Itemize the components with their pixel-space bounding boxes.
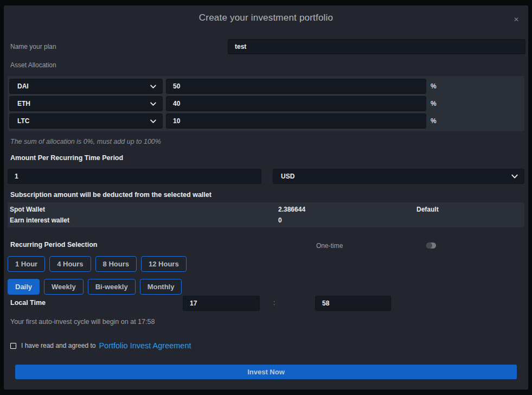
percent-sign: % xyxy=(431,117,437,125)
local-time-row: Local Time : xyxy=(7,296,525,311)
currency-select[interactable]: USD xyxy=(273,169,524,184)
allocation-row: LTC % xyxy=(9,113,523,129)
recurring-period-row: Recurring Period Selection One-time xyxy=(7,241,525,250)
minute-input[interactable] xyxy=(316,300,390,307)
wallet-default-label: Default xyxy=(416,206,524,213)
amount-input[interactable] xyxy=(8,173,261,180)
local-time-label: Local Time xyxy=(10,299,46,307)
agreement-text: I have read and agreed to xyxy=(21,342,95,349)
wallet-table: Spot Wallet 2.386644 Default Earn intere… xyxy=(8,202,524,227)
percent-field-1 xyxy=(166,79,426,94)
asset-allocation-panel: DAI % ETH % LTC xyxy=(8,76,524,131)
agreement-link[interactable]: Portfolio Invest Agreement xyxy=(99,341,191,350)
chevron-down-icon xyxy=(150,83,157,90)
percent-field-3 xyxy=(166,113,426,129)
invest-now-button[interactable]: Invest Now xyxy=(15,365,517,379)
wallet-balance: 2.386644 xyxy=(278,206,416,213)
amount-row: USD xyxy=(8,169,524,184)
wallet-name: Earn interest wallet xyxy=(8,216,278,224)
chevron-down-icon xyxy=(150,118,157,125)
period-button-biweekly[interactable]: Bi-weekly xyxy=(88,279,136,295)
chevron-down-icon xyxy=(150,100,157,107)
toggle-knob xyxy=(426,243,432,249)
name-plan-label: Name your plan xyxy=(10,43,56,50)
table-row-spot-wallet[interactable]: Spot Wallet 2.386644 Default xyxy=(8,204,524,215)
create-portfolio-modal: Create your investment portfolio ✕ Name … xyxy=(4,5,528,390)
amount-field xyxy=(8,169,261,184)
close-icon[interactable]: ✕ xyxy=(514,16,519,23)
name-plan-field xyxy=(228,39,525,54)
period-button-8-hours[interactable]: 8 Hours xyxy=(95,256,137,272)
time-separator: : xyxy=(273,299,275,307)
allocation-sum-warning: The sum of allocation is 0%, must add up… xyxy=(10,138,525,145)
period-button-weekly[interactable]: Weekly xyxy=(44,279,84,295)
wallet-balance: 0 xyxy=(278,216,416,224)
period-button-1-hour[interactable]: 1 Hour xyxy=(8,256,45,272)
frequency-options-row: Daily Weekly Bi-weekly Monthly xyxy=(8,279,525,295)
name-plan-input[interactable] xyxy=(228,43,525,50)
hour-options-row: 1 Hour 4 Hours 8 Hours 12 Hours xyxy=(8,256,525,272)
wallet-section-label: Subscription amount will be deducted fro… xyxy=(10,191,525,199)
percent-sign: % xyxy=(431,100,437,107)
asset-select-1-value: DAI xyxy=(17,82,29,90)
recurring-period-label: Recurring Period Selection xyxy=(10,241,97,249)
modal-header: Create your investment portfolio ✕ xyxy=(7,5,525,25)
period-button-12-hours[interactable]: 12 Hours xyxy=(141,256,187,272)
modal-title: Create your investment portfolio xyxy=(7,12,525,23)
allocation-row: ETH % xyxy=(9,96,523,111)
one-time-toggle[interactable] xyxy=(426,243,436,249)
chevron-down-icon xyxy=(511,173,518,180)
period-button-4-hours[interactable]: 4 Hours xyxy=(49,256,91,272)
percent-input-3[interactable] xyxy=(166,117,426,125)
percent-input-1[interactable] xyxy=(166,82,426,90)
percent-sign: % xyxy=(431,82,437,90)
wallet-name: Spot Wallet xyxy=(8,206,278,213)
percent-field-2 xyxy=(166,96,426,111)
asset-allocation-label: Asset Allocation xyxy=(10,61,525,69)
agreement-row: I have read and agreed to Portfolio Inve… xyxy=(10,341,525,350)
asset-select-3[interactable]: LTC xyxy=(9,113,163,129)
minute-field xyxy=(315,296,391,311)
period-button-monthly[interactable]: Monthly xyxy=(140,279,182,295)
table-row-earn-wallet[interactable]: Earn interest wallet 0 xyxy=(8,215,524,226)
asset-select-2[interactable]: ETH xyxy=(9,96,163,111)
agreement-checkbox[interactable] xyxy=(10,343,16,349)
period-button-daily[interactable]: Daily xyxy=(8,279,40,295)
asset-select-3-value: LTC xyxy=(17,117,29,125)
allocation-row: DAI % xyxy=(9,79,523,94)
amount-label: Amount Per Recurring Time Period xyxy=(10,154,525,162)
asset-select-1[interactable]: DAI xyxy=(9,79,163,94)
percent-input-2[interactable] xyxy=(166,100,426,107)
hour-field xyxy=(183,296,260,311)
currency-select-value: USD xyxy=(281,173,294,180)
asset-select-2-value: ETH xyxy=(17,100,30,107)
first-cycle-note: Your first auto-invest cycle will begin … xyxy=(10,318,525,326)
name-plan-row: Name your plan xyxy=(10,39,525,54)
hour-input[interactable] xyxy=(183,300,259,307)
one-time-label: One-time xyxy=(316,242,343,250)
